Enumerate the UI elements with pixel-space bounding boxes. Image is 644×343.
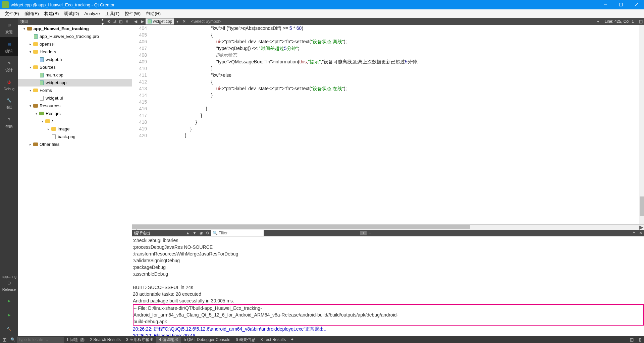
code-line[interactable]: } (154, 119, 639, 125)
status-issues[interactable]: 1 问题 2 (64, 337, 87, 343)
compile-output[interactable]: :checkDebugLibraries:processDebugJavaRes… (132, 236, 644, 336)
sidebar-close-icon[interactable]: ✕ (124, 19, 130, 24)
tree-item[interactable]: back.png (18, 133, 132, 140)
code-line[interactable]: "kw">if ("type">qAbs(secondsDiff) >= 5 *… (154, 25, 639, 32)
editor-tab[interactable]: widget.cpp (146, 18, 174, 24)
rail-help[interactable]: ? 帮助 (0, 113, 18, 132)
output-down-icon[interactable]: ▼ (191, 231, 198, 235)
status-sidebar-toggle-icon[interactable]: ◫ (627, 337, 636, 342)
output-maximize-icon[interactable]: ^ (631, 231, 637, 235)
tree-item[interactable]: ▸openssl (18, 40, 132, 48)
tree-item[interactable]: widget.cpp (18, 79, 132, 87)
chevron-icon[interactable]: ▾ (34, 112, 39, 115)
maximize-button[interactable] (613, 0, 629, 9)
split-icon[interactable]: ◫ (118, 19, 124, 24)
code-line[interactable]: } (154, 112, 639, 119)
project-tree[interactable]: ▾app_Huawei_Eco_trackingapp_Huawei_Eco_t… (18, 25, 132, 336)
nav-back-icon[interactable]: ◀ (132, 19, 139, 24)
menu-edit[interactable]: 编辑(E) (22, 10, 42, 17)
tree-item[interactable]: widget.h (18, 56, 132, 63)
rail-welcome[interactable]: ⊞ 欢迎 (0, 18, 18, 37)
tree-item[interactable]: ▾Headers (18, 48, 132, 56)
status-more-icon[interactable]: ÷ (288, 337, 296, 342)
chevron-icon[interactable]: ▾ (28, 50, 33, 54)
code-line[interactable]: } (154, 132, 639, 139)
menu-debug[interactable]: 调试(D) (61, 10, 82, 17)
status-search[interactable]: 2 Search Results (87, 337, 123, 342)
tree-item[interactable]: ▾app_Huawei_Eco_tracking (18, 25, 132, 33)
code-editor[interactable]: 4044054064074084094104114124134144154164… (132, 25, 644, 224)
zoom-out-icon[interactable]: − (367, 231, 373, 235)
output-filter[interactable]: 🔍 (211, 230, 264, 236)
code-line[interactable]: ui->"ptr">label_dev_state->"ptr">"fn">se… (154, 38, 639, 45)
locator-input[interactable] (17, 337, 64, 343)
menu-tools[interactable]: 工具(T) (103, 10, 122, 17)
tree-item[interactable]: ▾Forms (18, 87, 132, 94)
chevron-icon[interactable]: ▸ (28, 42, 33, 46)
tree-item[interactable]: ▾Resources (18, 102, 132, 110)
symbol-dropdown-icon[interactable]: ▾ (595, 19, 601, 24)
chevron-icon[interactable]: ▾ (21, 27, 27, 31)
tree-item[interactable]: main.cpp (18, 71, 132, 79)
rail-build-button[interactable]: 🔨 (0, 322, 18, 336)
output-settings-icon[interactable]: ⚙ (205, 231, 211, 235)
tree-item[interactable]: ▾Sources (18, 63, 132, 71)
editor-split-icon[interactable]: ◫ (637, 19, 644, 24)
tree-item[interactable]: app_Huawei_Eco_tracking.pro (18, 33, 132, 40)
editor-hscrollbar[interactable]: ◀ ▶ (132, 224, 644, 230)
chevron-icon[interactable]: ▾ (28, 65, 33, 69)
tree-item[interactable]: ▸Other files (18, 140, 132, 148)
chevron-icon[interactable]: ▾ (40, 119, 45, 123)
rail-design[interactable]: ✎ 设计 (0, 56, 18, 75)
menu-file[interactable]: 文件(F) (2, 10, 22, 17)
tab-close-icon[interactable]: ✕ (181, 19, 187, 24)
zoom-in-icon[interactable]: + (360, 231, 367, 235)
code-line[interactable]: "type">qDebug() << "时间差超过5分钟"; (154, 45, 639, 52)
status-right-toggle-icon[interactable]: ▯ (636, 337, 644, 342)
code-line[interactable]: "type">QMessageBox::"fn">information(thi… (154, 58, 639, 65)
nav-fwd-icon[interactable]: ▶ (139, 19, 146, 24)
code-line[interactable]: } (154, 92, 639, 99)
status-appout[interactable]: 3 应用程序输出 (123, 337, 156, 343)
tree-item[interactable]: ▾Res.qrc (18, 110, 132, 117)
status-qml[interactable]: 5 QML Debugger Console (181, 337, 233, 342)
code-line[interactable]: ui->"ptr">label_dev_state->"ptr">"fn">se… (154, 85, 639, 92)
tree-item[interactable]: widget.ui (18, 94, 132, 102)
code-line[interactable]: } (154, 65, 639, 72)
menu-help[interactable]: 帮助(H) (143, 10, 163, 17)
tree-item[interactable]: ▾/ (18, 117, 132, 125)
rail-debug-run-button[interactable]: ▶ (0, 308, 18, 322)
chevron-icon[interactable]: ▸ (28, 142, 33, 146)
scroll-right-icon[interactable]: ▶ (639, 225, 644, 230)
status-toggle-icon[interactable]: ◫ (0, 337, 9, 342)
code-line[interactable]: "kw">else (154, 72, 639, 78)
output-up-icon[interactable]: ▲ (184, 231, 191, 235)
menu-build[interactable]: 构建(B) (42, 10, 61, 17)
minimize-button[interactable] (598, 0, 613, 9)
editor-vscrollbar[interactable] (639, 25, 644, 224)
code-line[interactable]: } (154, 105, 639, 112)
sync-icon[interactable]: ⟲ (106, 19, 112, 24)
rail-run-button[interactable]: ▶ (0, 294, 18, 308)
output-close-icon[interactable]: ✕ (637, 231, 644, 235)
code-line[interactable]: { (154, 32, 639, 38)
chevron-icon[interactable]: ▾ (28, 104, 33, 108)
status-compileout[interactable]: 4 编译输出 (156, 337, 181, 343)
filter-input[interactable] (219, 231, 262, 235)
chevron-icon[interactable]: ▸ (46, 127, 51, 131)
code-line[interactable]: } (154, 125, 639, 132)
rail-project[interactable]: 🔧 项目 (0, 94, 18, 113)
output-stop-icon[interactable]: ◉ (198, 231, 205, 235)
status-overview[interactable]: 6 概要信息 (233, 337, 258, 343)
symbol-selector[interactable]: <Select Symbol> (187, 19, 594, 24)
rail-debug[interactable]: 🐞 Debug (0, 75, 18, 94)
chevron-icon[interactable]: ▾ (28, 89, 33, 92)
menu-widgets[interactable]: 控件(W) (122, 10, 143, 17)
line-col-indicator[interactable]: Line: 425, Col: 1 (601, 19, 637, 24)
tab-dropdown-icon[interactable]: ▾ (174, 19, 181, 24)
rail-kit-selector[interactable]: app…ing ▢ Release (0, 272, 18, 294)
tree-item[interactable]: ▸image (18, 125, 132, 133)
code-line[interactable] (154, 99, 639, 105)
code-line[interactable]: { (154, 78, 639, 85)
filter-dropdown-icon[interactable]: ▾ ▼ (100, 17, 106, 26)
